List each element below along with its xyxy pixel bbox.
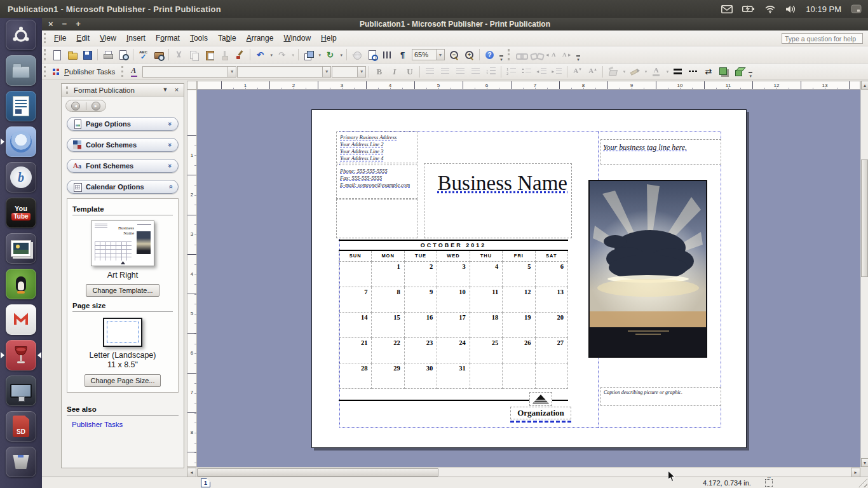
clock[interactable]: 10:19 PM <box>806 4 841 14</box>
scroll-up-icon[interactable]: ▴ <box>861 81 868 90</box>
underline-button[interactable] <box>402 65 417 78</box>
font-combobox[interactable]: ▼ <box>237 66 331 78</box>
horizontal-scroll-thumb[interactable] <box>197 468 438 477</box>
calendar-cell[interactable]: 27 <box>536 338 568 363</box>
wine-icon[interactable] <box>6 340 36 370</box>
section-calendar-options[interactable]: Calendar Options» <box>67 180 179 194</box>
line-color-button[interactable] <box>627 65 648 78</box>
organization-logo-group[interactable]: Organization <box>510 392 571 423</box>
change-page-size-button[interactable]: Change Page Size... <box>85 374 161 387</box>
redo-button[interactable] <box>275 48 295 62</box>
calendar-cell[interactable]: 29 <box>372 363 404 389</box>
pane-menu-chevron-icon[interactable]: ▼ <box>161 86 170 95</box>
calendar-cell[interactable]: 1 <box>372 262 404 287</box>
battery-icon[interactable] <box>742 5 755 13</box>
print-button[interactable] <box>100 48 115 62</box>
save-button[interactable] <box>80 48 95 62</box>
calendar-cell[interactable]: 18 <box>470 313 503 338</box>
help-question-input[interactable] <box>782 33 863 44</box>
calendar-cell[interactable]: 22 <box>372 338 404 363</box>
toolbar-grip[interactable] <box>44 49 47 60</box>
calendar-cell[interactable]: 9 <box>405 287 437 313</box>
calendar-cell[interactable]: 11 <box>470 287 503 313</box>
paste-button[interactable] <box>202 48 217 62</box>
banshee-icon[interactable]: b <box>6 162 36 193</box>
zoom-combobox[interactable]: 65%▼ <box>412 49 445 60</box>
styles-button[interactable] <box>127 65 142 78</box>
calendar-cell[interactable]: 25 <box>470 338 503 363</box>
resize-grip[interactable] <box>858 478 867 487</box>
research-button[interactable] <box>151 48 166 62</box>
menu-item[interactable]: Arrange <box>241 31 279 45</box>
3d-style-button[interactable] <box>731 65 746 78</box>
calendar-cell[interactable]: 26 <box>503 338 535 363</box>
section-page-options[interactable]: Page Options» <box>67 117 179 131</box>
menu-item[interactable]: Table <box>213 31 241 45</box>
template-thumbnail[interactable]: Business Name <box>91 220 154 266</box>
shotwell-icon[interactable] <box>6 233 36 264</box>
menu-item[interactable]: Format <box>151 31 185 45</box>
files-icon[interactable] <box>6 55 36 86</box>
toolbar-grip[interactable] <box>44 66 47 78</box>
organization-name[interactable]: Organization <box>510 407 571 419</box>
format-painter-button[interactable] <box>217 48 232 62</box>
address-text-box[interactable]: Primary Business AddressYour Address Lin… <box>336 132 417 163</box>
font-color-button[interactable] <box>649 65 670 78</box>
numbering-button[interactable] <box>504 65 519 78</box>
increase-font-size-button[interactable] <box>585 65 600 78</box>
next-text-box-button[interactable] <box>559 48 574 62</box>
section-color-schemes[interactable]: Color Schemes» <box>67 138 179 152</box>
toolbar-options-button[interactable]: ▾ <box>498 48 505 62</box>
scroll-down-icon[interactable]: ▾ <box>861 458 868 467</box>
copy-button[interactable] <box>187 48 201 62</box>
logo-image[interactable] <box>529 392 552 406</box>
calendar-cell[interactable]: 19 <box>503 313 535 338</box>
calendar-cell[interactable]: 7 <box>339 287 372 313</box>
publication-canvas[interactable]: Primary Business AddressYour Address Lin… <box>197 90 860 467</box>
fill-color-button[interactable] <box>606 65 627 78</box>
create-text-box-link-button[interactable] <box>513 48 528 62</box>
youtube-icon[interactable]: YouTube <box>6 198 36 228</box>
dash-style-button[interactable] <box>686 65 700 78</box>
sunset-photo[interactable] <box>588 180 707 358</box>
decrease-indent-button[interactable] <box>534 65 549 78</box>
calendar-cell[interactable] <box>339 262 372 287</box>
calendar-cell[interactable] <box>536 363 568 389</box>
style-combobox[interactable]: ▼ <box>142 66 236 78</box>
horizontal-ruler[interactable]: 12345678910111213 <box>197 81 860 90</box>
trash-icon[interactable] <box>6 447 36 477</box>
line-spacing-button[interactable] <box>484 65 498 78</box>
insert-hyperlink-button[interactable] <box>349 48 364 62</box>
cut-button[interactable] <box>172 48 186 62</box>
calendar-cell[interactable]: 10 <box>437 287 470 313</box>
volume-icon[interactable] <box>785 5 796 13</box>
boundaries-guides-button[interactable] <box>380 48 395 62</box>
special-characters-button[interactable] <box>395 48 410 62</box>
calendar-cell[interactable]: 21 <box>339 338 372 363</box>
horizontal-scrollbar[interactable]: ◂ ▸ <box>187 467 860 477</box>
calendar-cell[interactable]: 20 <box>536 313 568 338</box>
calendar-cell[interactable]: 13 <box>536 287 568 313</box>
calendar-cell[interactable]: 12 <box>503 287 535 313</box>
toolbar-grip[interactable] <box>508 49 511 60</box>
sd-card-icon[interactable]: SD <box>6 411 36 442</box>
penguin-app-icon[interactable] <box>6 269 36 299</box>
menu-item[interactable]: File <box>49 31 71 45</box>
bullets-button[interactable] <box>519 65 534 78</box>
back-button[interactable]: ◂ <box>71 102 80 111</box>
calendar-cell[interactable]: 16 <box>405 313 437 338</box>
break-text-box-link-button[interactable] <box>529 48 543 62</box>
toolbar-options-button[interactable]: ▾ <box>574 48 582 62</box>
calendar-cell[interactable] <box>503 363 535 389</box>
zoom-in-button[interactable] <box>462 48 477 62</box>
align-center-button[interactable] <box>438 65 452 78</box>
chromium-icon[interactable] <box>6 126 36 157</box>
calendar-cell[interactable]: 8 <box>372 287 404 313</box>
open-button[interactable] <box>65 48 79 62</box>
mail-icon[interactable] <box>721 5 733 13</box>
calendar-cell[interactable]: 14 <box>339 313 372 338</box>
displays-icon[interactable] <box>6 376 36 406</box>
scroll-right-icon[interactable]: ▸ <box>851 468 860 477</box>
publisher-tasks-button[interactable]: Publisher Tasks <box>50 65 119 78</box>
business-name-text-box[interactable]: Business Name <box>424 163 572 238</box>
